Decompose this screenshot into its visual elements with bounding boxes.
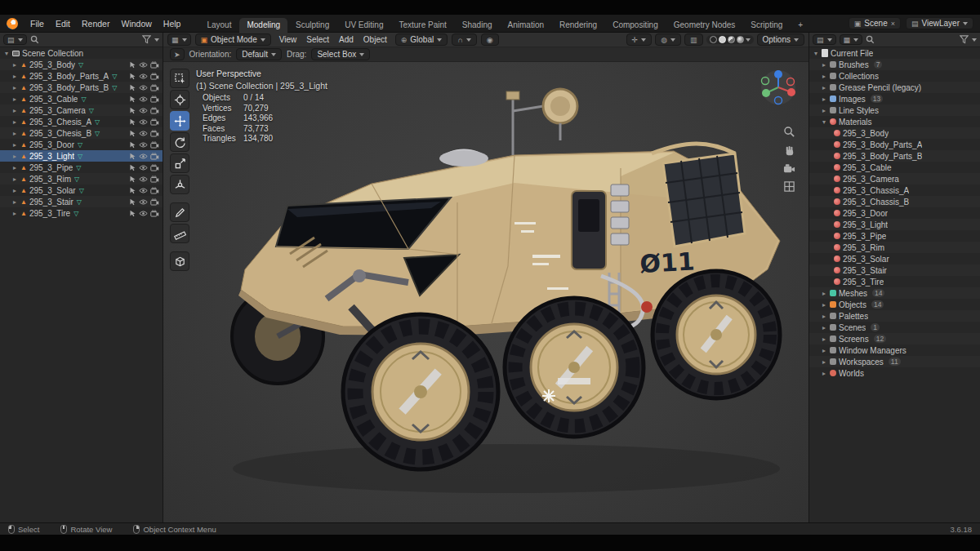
expand-arrow-icon[interactable]: ▸ bbox=[11, 164, 18, 171]
workspace-tab[interactable]: Rendering bbox=[552, 18, 604, 33]
search-icon[interactable] bbox=[30, 35, 39, 44]
expand-arrow-icon[interactable]: ▸ bbox=[11, 73, 18, 80]
expand-arrow-icon[interactable]: ▸ bbox=[821, 347, 827, 354]
hide-eye-icon[interactable] bbox=[139, 107, 148, 114]
editor-type-button[interactable]: ▦ bbox=[167, 33, 191, 46]
workspace-tab[interactable]: + bbox=[791, 18, 810, 33]
blender-logo-icon[interactable] bbox=[7, 18, 18, 29]
render-camera-icon[interactable] bbox=[150, 96, 159, 103]
topbar-menu-item[interactable]: File bbox=[24, 17, 50, 30]
outliner-object-row[interactable]: ▸ ▲ 295_3_Solar ▽ bbox=[0, 184, 163, 196]
datablock-section-row[interactable]: ▸ Scenes 1 bbox=[809, 322, 980, 333]
select-box-tool[interactable] bbox=[170, 69, 189, 88]
topbar-menu-item[interactable]: Help bbox=[158, 17, 187, 30]
outliner-object-row[interactable]: ▸ ▲ 295_3_Chesis_B ▽ bbox=[0, 127, 163, 139]
workspace-tab[interactable]: Scripting bbox=[743, 18, 790, 33]
material-row[interactable]: 295_3_Chassis_B bbox=[809, 196, 980, 207]
datablock-section-row[interactable]: ▸ Objects 14 bbox=[809, 299, 980, 310]
overlays-button[interactable]: ◍ bbox=[655, 33, 681, 46]
outliner-object-row[interactable]: ▸ ▲ 295_3_Door ▽ bbox=[0, 139, 163, 150]
materials-section-row[interactable]: ▾ Materials bbox=[809, 116, 980, 127]
workspace-tab[interactable]: Modeling bbox=[239, 18, 287, 33]
expand-arrow-icon[interactable]: ▸ bbox=[11, 130, 18, 137]
material-row[interactable]: 295_3_Rim bbox=[809, 242, 980, 253]
expand-arrow-icon[interactable]: ▸ bbox=[11, 96, 18, 103]
selectable-icon[interactable] bbox=[129, 84, 136, 91]
selectable-icon[interactable] bbox=[129, 107, 136, 114]
filter-icon[interactable] bbox=[142, 35, 151, 44]
transform-orientation-dropdown[interactable]: ⊕ Global bbox=[395, 33, 448, 46]
snapping-button[interactable]: ∩ bbox=[452, 33, 476, 46]
hide-eye-icon[interactable] bbox=[139, 141, 148, 149]
editor-type-button[interactable]: ▤ bbox=[813, 34, 836, 45]
xray-button[interactable]: ▥ bbox=[684, 33, 703, 46]
material-row[interactable]: 295_3_Light bbox=[809, 219, 980, 230]
scale-tool[interactable] bbox=[170, 153, 189, 173]
hide-eye-icon[interactable] bbox=[139, 164, 148, 171]
expand-arrow-icon[interactable]: ▸ bbox=[821, 73, 827, 80]
render-camera-icon[interactable] bbox=[150, 118, 159, 126]
cursor-tool[interactable] bbox=[170, 90, 189, 109]
display-mode-dropdown[interactable]: ▦ bbox=[840, 34, 863, 45]
topbar-menu-item[interactable]: Render bbox=[76, 17, 115, 30]
scene-collection-row[interactable]: ▾ Scene Collection bbox=[0, 47, 163, 59]
outliner-object-row[interactable]: ▸ ▲ 295_3_Body ▽ bbox=[0, 59, 163, 70]
topbar-menu-item[interactable]: Window bbox=[115, 17, 157, 30]
material-shading-icon[interactable] bbox=[728, 36, 735, 43]
datablock-section-row[interactable]: ▸ Collections bbox=[809, 70, 980, 82]
editor-type-button[interactable]: ▤ bbox=[3, 34, 27, 45]
add-primitive-tool[interactable] bbox=[170, 251, 189, 271]
material-row[interactable]: 295_3_Pipe bbox=[809, 230, 980, 242]
outliner-object-row[interactable]: ▸ ▲ 295_3_Stair ▽ bbox=[0, 196, 163, 207]
unlink-icon[interactable]: × bbox=[891, 20, 895, 28]
outliner-object-row[interactable]: ▸ ▲ 295_3_Chesis_A ▽ bbox=[0, 116, 163, 127]
datablock-section-row[interactable]: ▸ Meshes 14 bbox=[809, 287, 980, 299]
expand-arrow-icon[interactable]: ▸ bbox=[821, 107, 827, 114]
material-row[interactable]: 295_3_Body bbox=[809, 127, 980, 139]
measure-tool[interactable] bbox=[170, 224, 189, 243]
expand-arrow-icon[interactable]: ▸ bbox=[11, 210, 18, 217]
expand-arrow-icon[interactable]: ▸ bbox=[821, 84, 827, 91]
selectable-icon[interactable] bbox=[129, 61, 136, 69]
solid-shading-icon[interactable] bbox=[719, 36, 726, 43]
selectable-icon[interactable] bbox=[129, 130, 136, 137]
render-camera-icon[interactable] bbox=[150, 130, 159, 137]
expand-arrow-icon[interactable]: ▸ bbox=[821, 301, 827, 309]
outliner-object-row[interactable]: ▸ ▲ 295_3_Pipe ▽ bbox=[0, 162, 163, 173]
camera-view-icon[interactable] bbox=[783, 163, 795, 174]
zoom-icon[interactable] bbox=[783, 126, 795, 138]
render-camera-icon[interactable] bbox=[150, 153, 159, 160]
hide-eye-icon[interactable] bbox=[139, 96, 148, 103]
selectable-icon[interactable] bbox=[129, 198, 136, 206]
expand-arrow-icon[interactable]: ▸ bbox=[821, 290, 827, 297]
transform-tool[interactable] bbox=[170, 175, 189, 194]
viewport-menu-item[interactable]: Select bbox=[302, 34, 333, 45]
mode-dropdown[interactable]: ▣ Object Mode bbox=[195, 33, 271, 46]
rendered-shading-icon[interactable] bbox=[737, 36, 744, 43]
material-row[interactable]: 295_3_Camera bbox=[809, 173, 980, 184]
workspace-tab[interactable]: UV Editing bbox=[337, 18, 390, 33]
render-camera-icon[interactable] bbox=[150, 141, 159, 149]
workspace-tab[interactable]: Compositing bbox=[605, 18, 666, 33]
viewport-menu-item[interactable]: Object bbox=[359, 34, 391, 45]
outliner-object-row[interactable]: ▸ ▲ 295_3_Camera ▽ bbox=[0, 104, 163, 116]
ortho-grid-icon[interactable] bbox=[783, 180, 795, 193]
hide-eye-icon[interactable] bbox=[139, 73, 148, 80]
options-dropdown[interactable]: Options bbox=[757, 33, 804, 46]
selectable-icon[interactable] bbox=[129, 141, 136, 149]
expand-arrow-icon[interactable]: ▸ bbox=[821, 370, 827, 377]
expand-arrow-icon[interactable]: ▸ bbox=[821, 96, 827, 103]
expand-arrow-icon[interactable]: ▸ bbox=[11, 198, 18, 206]
viewport-canvas[interactable]: Ø11 bbox=[163, 62, 808, 522]
render-camera-icon[interactable] bbox=[150, 187, 159, 194]
render-camera-icon[interactable] bbox=[150, 61, 159, 69]
navigation-gizmo[interactable] bbox=[760, 69, 797, 106]
material-row[interactable]: 295_3_Chassis_A bbox=[809, 184, 980, 196]
material-row[interactable]: 295_3_Body_Parts_A bbox=[809, 139, 980, 150]
hide-eye-icon[interactable] bbox=[139, 176, 148, 183]
workspace-tab[interactable]: Texture Paint bbox=[391, 18, 453, 33]
material-row[interactable]: 295_3_Door bbox=[809, 207, 980, 219]
expand-arrow-icon[interactable]: ▸ bbox=[11, 118, 18, 126]
datablock-section-row[interactable]: ▸ Workspaces 11 bbox=[809, 356, 980, 367]
render-camera-icon[interactable] bbox=[150, 73, 159, 80]
